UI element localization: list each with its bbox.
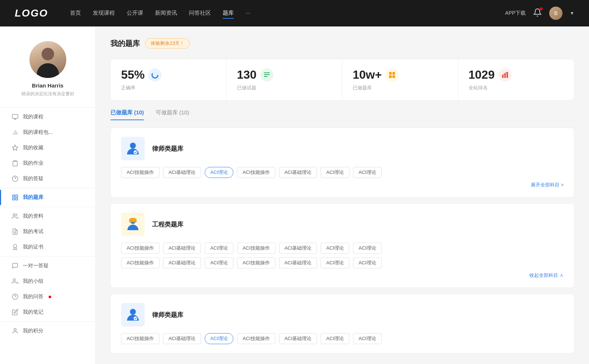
svg-point-17 xyxy=(14,245,17,248)
bank-tags: ACI技能操作 ACI基础理论 ACI理论 ACI技能操作 ACI基础理论 AC… xyxy=(121,333,564,344)
svg-rect-27 xyxy=(389,72,392,75)
bank-tag[interactable]: ACI基础理论 xyxy=(163,333,201,344)
sidebar-item-1v1-qa[interactable]: 一对一答疑 xyxy=(0,258,95,274)
stat-value: 1029 xyxy=(469,68,495,82)
bank-tag[interactable]: ACI理论 xyxy=(353,333,382,344)
sidebar-item-my-group[interactable]: 我的小组 xyxy=(0,274,95,289)
sidebar-divider-3 xyxy=(0,207,95,207)
page-header: 我的题库 体验剩余23天！ xyxy=(110,38,574,49)
bank-tag[interactable]: ACI理论 xyxy=(321,243,349,254)
bank-tag[interactable]: ACI基础理论 xyxy=(279,257,317,268)
nav-qa[interactable]: 问答社区 xyxy=(189,8,211,19)
bank-tag[interactable]: ACI理论 xyxy=(353,243,382,254)
bank-tag[interactable]: ACI技能操作 xyxy=(237,333,275,344)
bank-tag[interactable]: ACI技能操作 xyxy=(121,243,159,254)
sidebar-item-homework[interactable]: 我的作业 xyxy=(0,156,95,171)
stat-top: 55% xyxy=(121,68,216,82)
sidebar-item-collection[interactable]: 我的收藏 xyxy=(0,140,95,156)
bank-tag[interactable]: ACI技能操作 xyxy=(121,333,159,344)
bank-card-lawyer-2: 律师类题库 ACI技能操作 ACI基础理论 ACI理论 ACI技能操作 ACI基… xyxy=(110,294,574,353)
nav-discover[interactable]: 发现课程 xyxy=(93,8,115,19)
page-container: Brian Harris 错误的决定比没有决定要好 我的课程 我的课程包... … xyxy=(0,26,589,364)
sidebar-item-my-questions[interactable]: 我的问答 xyxy=(0,289,95,304)
sidebar-label: 一对一答疑 xyxy=(23,263,49,269)
profile-avatar xyxy=(29,41,66,78)
bank-title: 工程类题库 xyxy=(152,220,183,229)
bank-tag[interactable]: ACI技能操作 xyxy=(237,243,275,254)
svg-rect-25 xyxy=(264,74,270,75)
nav-open-course[interactable]: 公开课 xyxy=(127,8,143,19)
sidebar-label: 我的小组 xyxy=(23,278,43,285)
stat-value: 55% xyxy=(121,68,145,82)
stat-top: 130 xyxy=(237,68,332,82)
svg-point-40 xyxy=(133,316,138,321)
bank-tag[interactable]: ACI理论 xyxy=(353,257,382,268)
bank-tag[interactable]: ACI技能操作 xyxy=(121,257,159,268)
bank-tag[interactable]: ACI理论 xyxy=(321,333,349,344)
sidebar-item-certificate[interactable]: 我的证书 xyxy=(0,239,95,255)
stat-done-questions: 130 已做试题 xyxy=(227,59,343,100)
svg-rect-7 xyxy=(14,161,16,162)
sidebar-item-course-package[interactable]: 我的课程包... xyxy=(0,125,95,140)
sidebar-label: 我的课程 xyxy=(23,114,43,120)
stat-icon-list xyxy=(260,68,274,82)
sidebar-item-my-points[interactable]: 我的积分 xyxy=(0,323,95,339)
svg-rect-38 xyxy=(129,221,137,222)
bank-tag[interactable]: ACI基础理论 xyxy=(163,257,201,268)
sidebar-item-my-course[interactable]: 我的课程 xyxy=(0,109,95,125)
nav-links: 首页 发现课程 公开课 新闻资讯 问答社区 题库 ··· xyxy=(70,8,505,19)
tab-done-banks[interactable]: 已做题库 (10) xyxy=(110,109,144,120)
logo[interactable]: LOGO xyxy=(15,7,48,19)
nav-question-bank[interactable]: 题库 xyxy=(223,8,234,19)
bank-tag[interactable]: ACI技能操作 xyxy=(121,167,159,178)
engineer-bank-icon xyxy=(121,213,145,236)
app-download-button[interactable]: APP下载 xyxy=(505,10,526,17)
avatar[interactable]: B xyxy=(549,7,562,20)
bank-card-header: 工程类题库 xyxy=(121,213,564,236)
bank-tag[interactable]: ACI理论 xyxy=(321,257,349,268)
user-menu-chevron[interactable]: ▼ xyxy=(570,11,574,16)
bank-tag[interactable]: ACI理论 xyxy=(353,167,382,178)
bank-tag[interactable]: ACI理论 xyxy=(205,257,233,268)
bank-tag-active[interactable]: ACI理论 xyxy=(205,167,233,178)
sidebar-divider-5 xyxy=(0,321,95,322)
bank-title: 律师类题库 xyxy=(152,311,183,319)
sidebar-item-exam[interactable]: 我的考试 xyxy=(0,224,95,239)
svg-rect-33 xyxy=(507,72,508,78)
sidebar-label: 我的证书 xyxy=(23,244,43,250)
lawyer-bank-icon xyxy=(121,137,145,160)
stat-value: 10w+ xyxy=(353,68,382,82)
bank-tag[interactable]: ACI基础理论 xyxy=(279,333,317,344)
sidebar-item-question-bank[interactable]: 我的题库 xyxy=(0,190,95,205)
svg-rect-0 xyxy=(13,114,18,118)
tab-available-banks[interactable]: 可做题库 (10) xyxy=(156,109,189,120)
svg-rect-32 xyxy=(504,74,506,78)
stat-value: 130 xyxy=(237,68,257,82)
svg-point-21 xyxy=(14,328,16,331)
bank-tag[interactable]: ACI技能操作 xyxy=(237,167,275,178)
bank-tag[interactable]: ACI理论 xyxy=(321,167,349,178)
bank-tag[interactable]: ACI理论 xyxy=(205,243,233,254)
collapse-button[interactable]: 收起全部科目 ∧ xyxy=(121,272,564,279)
sidebar-item-my-qa[interactable]: 我的答疑 xyxy=(0,171,95,186)
nav-more[interactable]: ··· xyxy=(246,8,250,19)
bank-tag[interactable]: ACI基础理论 xyxy=(163,167,201,178)
nav-home[interactable]: 首页 xyxy=(70,8,81,19)
bank-tag[interactable]: ACI技能操作 xyxy=(237,257,275,268)
bank-tag[interactable]: ACI基础理论 xyxy=(279,167,317,178)
notification-bell[interactable] xyxy=(533,8,542,18)
stat-icon-pie xyxy=(148,68,162,82)
bank-tag[interactable]: ACI基础理论 xyxy=(163,243,201,254)
stat-label: 已做题库 xyxy=(353,85,448,91)
sidebar-label: 我的课程包... xyxy=(23,129,53,136)
sidebar-item-my-notes[interactable]: 我的笔记 xyxy=(0,304,95,320)
bank-tag[interactable]: ACI基础理论 xyxy=(279,243,317,254)
expand-button[interactable]: 展开全部科目 > xyxy=(121,182,564,188)
nav-news[interactable]: 新闻资讯 xyxy=(155,8,177,19)
svg-rect-29 xyxy=(389,75,392,78)
sidebar-label: 我的积分 xyxy=(23,328,43,334)
bank-tag-active[interactable]: ACI理论 xyxy=(205,333,233,344)
stat-done-banks: 10w+ 已做题库 xyxy=(342,59,458,100)
main-content: 我的题库 体验剩余23天！ 55% 正确率 130 xyxy=(96,26,589,364)
sidebar-item-my-data[interactable]: 我的资料 xyxy=(0,208,95,224)
